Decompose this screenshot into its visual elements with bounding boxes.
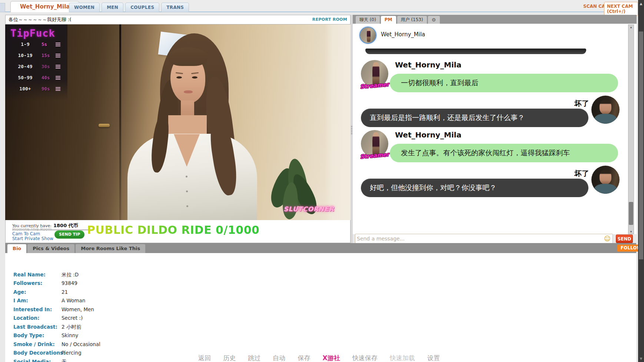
tab-women[interactable]: WOMEN <box>69 3 100 12</box>
watermark: SLUTCORNER <box>283 205 334 213</box>
quick-menu-settings[interactable]: 设置 <box>427 354 440 362</box>
message-sender-name: Wet_Horny_Mila <box>395 130 461 139</box>
category-tabs: WOMEN MEN COUPLES TRANS <box>69 3 189 12</box>
chat-message-input[interactable] <box>357 235 598 243</box>
emoji-smiley-icon[interactable]: ☺ <box>604 235 611 242</box>
quick-menu-quickload[interactable]: 快速加载 <box>390 354 415 362</box>
tab-men[interactable]: MEN <box>102 3 123 12</box>
tip-duration: 40s <box>42 75 50 80</box>
bio-field-value: Skinny <box>62 332 78 338</box>
bio-field-value: 21 <box>62 289 68 295</box>
bio-field-label: Real Name: <box>13 272 46 278</box>
eye <box>176 76 182 79</box>
eyebrow <box>191 72 199 74</box>
lips <box>184 90 193 93</box>
balance-value: 1800 代币 <box>53 223 78 228</box>
tip-menu-overlay: TipFuck 1-9 5s 10-19 15s 20-49 30s 50-99… <box>5 24 67 100</box>
shirt-button <box>186 176 187 177</box>
chat-tab-bar: 聊天 (0) PM 用户 (153) ⚙ <box>353 15 637 24</box>
bio-field-label: Smoke / Drink: <box>13 341 55 347</box>
video-player[interactable]: TipFuck 1-9 5s 10-19 15s 20-49 30s 50-99… <box>5 24 351 220</box>
tip-range: 1-9 <box>13 41 37 47</box>
tip-duration: 15s <box>42 53 50 58</box>
quick-menu-quicksave[interactable]: 快速保存 <box>352 354 378 362</box>
chat-scroll-down-icon[interactable]: ▾ <box>628 230 634 233</box>
gear-icon[interactable]: ⚙ <box>428 16 440 24</box>
bio-field-value: Secret :) <box>62 315 83 321</box>
cam-to-cam-link[interactable]: Cam To Cam <box>12 231 40 236</box>
tab-pm[interactable]: PM <box>381 16 396 24</box>
resize-grip-icon <box>351 126 352 134</box>
clipped-message-bubble <box>365 49 586 54</box>
report-room-link[interactable]: REPORT ROOM <box>312 15 347 24</box>
bio-field-label: Interested In: <box>13 306 52 312</box>
tip-duration: 5s <box>42 41 47 47</box>
tip-duration: 90s <box>42 86 50 92</box>
tab-trans[interactable]: TRANS <box>161 3 189 12</box>
quick-menu-history[interactable]: 历史 <box>223 354 236 362</box>
chat-scrollbar[interactable]: ▴ ▾ <box>628 24 634 234</box>
page: Wet_Horny_Mila WOMEN MEN COUPLES TRANS S… <box>0 0 644 362</box>
woman-hair-fringe <box>168 47 208 66</box>
tab-more-rooms[interactable]: More Rooms Like This <box>76 244 145 253</box>
bio-field-value: A Woman <box>62 298 85 303</box>
video-footer: You currently have: 1800 代币 Promote This… <box>5 220 351 243</box>
message-sender-name: 坏了 <box>545 99 589 109</box>
room-subject-bar: 各位～～～～～～我好无聊 :( REPORT ROOM <box>5 15 351 24</box>
tab-bio[interactable]: Bio <box>7 244 26 253</box>
bio-field-value: 2 小时前 <box>62 324 81 331</box>
page-scroll-up-icon[interactable]: ▲ <box>638 2 644 6</box>
tip-duration: 30s <box>42 64 50 69</box>
tab-edge <box>0 3 5 12</box>
quick-menu-skip[interactable]: 跳过 <box>248 354 260 362</box>
page-scroll-down-icon[interactable]: ▼ <box>638 357 644 361</box>
page-scrollbar[interactable]: ▲ ▼ <box>638 0 644 362</box>
bio-field-label: Body Type: <box>13 332 44 338</box>
chat-scroll-up-icon[interactable]: ▴ <box>628 25 634 29</box>
next-cam-button[interactable]: NEXT CAM (Ctrl+/) <box>604 2 638 16</box>
chat-scrollbar-thumb[interactable] <box>629 202 633 225</box>
bio-field-value: No / Occasional <box>62 341 100 347</box>
quick-menu: 返回 历史 跳过 自动 保存 X游社 快速保存 快速加载 设置 <box>0 354 638 362</box>
tip-range: 20-49 <box>13 64 37 69</box>
chat-header-username: Wet_Horny_Mila <box>381 31 425 38</box>
start-private-show-link[interactable]: Start Private Show <box>12 236 53 241</box>
avatar <box>359 27 376 44</box>
message-bubble: 好吧，但他没撞到你，对吧？你没事吧？ <box>361 179 588 197</box>
tab-pics-videos[interactable]: Pics & Videos <box>27 244 74 253</box>
tab-users[interactable]: 用户 (153) <box>397 16 427 24</box>
tip-lines-icon <box>56 87 60 91</box>
tab-chat[interactable]: 聊天 (0) <box>356 16 380 24</box>
tip-lines-icon <box>56 65 60 69</box>
send-tip-button[interactable]: SEND TIP <box>54 230 84 239</box>
tip-range: 10-19 <box>13 53 37 58</box>
quick-menu-save[interactable]: 保存 <box>298 354 310 362</box>
tip-menu-title: TipFuck <box>10 27 55 39</box>
quick-menu-auto[interactable]: 自动 <box>273 354 285 362</box>
chat-input-bar: ☺ <box>355 234 613 243</box>
tip-goal-text: PUBLIC DILDO RIDE 0/1000 <box>87 223 259 236</box>
avatar <box>591 166 620 194</box>
bio-field-label: Location: <box>13 315 39 321</box>
message-bubble: 发生了点事。有个该死的家伙闯红灯，逼得我猛踩刹车 <box>390 144 618 162</box>
quick-menu-back[interactable]: 返回 <box>198 354 211 362</box>
bio-tab-bar: Bio Pics & Videos More Rooms Like This F… <box>5 243 636 253</box>
message-sender-name: Wet_Horny_Mila <box>395 60 461 69</box>
top-tab-bar: Wet_Horny_Mila WOMEN MEN COUPLES TRANS S… <box>0 0 638 12</box>
eye <box>192 76 197 79</box>
shirt-button <box>186 190 188 192</box>
bio-field-label: Last Broadcast: <box>13 324 57 330</box>
shirt-button <box>186 205 188 207</box>
tip-range: 50-99 <box>13 75 37 80</box>
chat-message-list <box>353 24 637 234</box>
bright-wall <box>325 24 351 220</box>
eyebrow <box>176 72 183 74</box>
tab-couples[interactable]: COUPLES <box>125 3 159 12</box>
send-message-button[interactable]: SEND <box>616 235 633 243</box>
tip-range: 100+ <box>13 86 37 92</box>
bio-field-value: 米拉 :D <box>62 272 79 278</box>
quick-menu-community[interactable]: X游社 <box>323 354 340 362</box>
page-scrollbar-thumb[interactable] <box>639 31 643 259</box>
door-seam <box>119 24 121 220</box>
message-bubble: 一切都很顺利，直到最后 <box>390 74 618 92</box>
